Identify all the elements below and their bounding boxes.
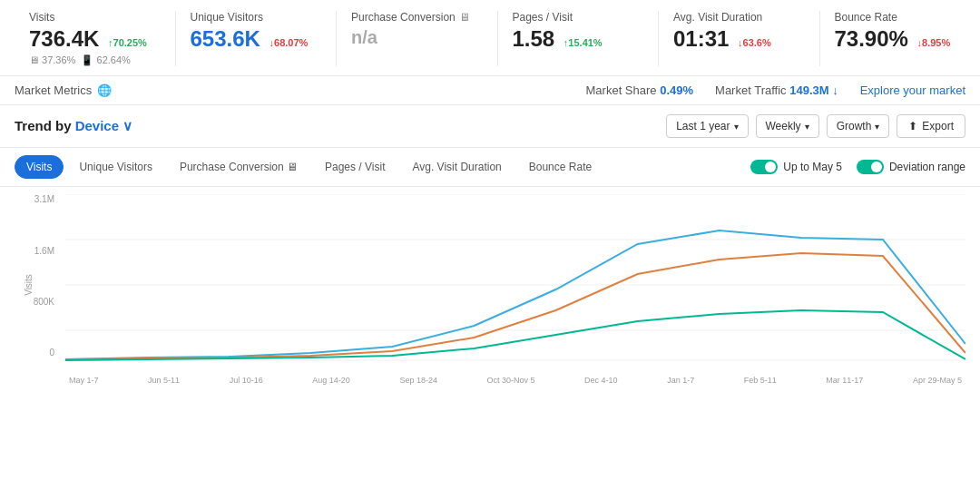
tab-pages-visit[interactable]: Pages / Visit	[313, 155, 397, 179]
metric-pc-label: Purchase Conversion 🖥	[351, 11, 483, 24]
market-share: Market Share 0.49%	[586, 83, 694, 97]
metric-br-change: ↓8.95%	[917, 37, 951, 48]
metric-pc-value: n/a	[351, 27, 377, 47]
metric-uv-label: Unique Visitors	[191, 11, 322, 24]
legend-up-to-may: Up to May 5	[750, 160, 842, 174]
y-axis-title: Visits	[24, 275, 34, 297]
device-filter[interactable]: Device ∨	[75, 118, 133, 133]
y-label-0: 0	[49, 348, 54, 358]
legend-deviation: Deviation range	[857, 160, 965, 174]
chart-line-orange	[65, 253, 965, 359]
metric-uv-value: 653.6K	[191, 26, 260, 51]
chevron-down-icon: ▾	[805, 122, 809, 132]
metric-av-label: Avg. Visit Duration	[673, 11, 805, 24]
metrics-bar: Visits 736.4K ↑70.25% 🖥 37.36% 📱 62.64% …	[0, 0, 980, 76]
x-label-mar: Mar 11-17	[826, 376, 863, 385]
y-label-3m: 3.1M	[34, 194, 54, 204]
tab-bar: Visits Unique Visitors Purchase Conversi…	[0, 148, 980, 187]
market-traffic-value: 149.3M ↓	[789, 83, 838, 97]
x-label-jan: Jan 1-7	[667, 376, 694, 385]
metric-visits-sub: 🖥 37.36% 📱 62.64%	[29, 54, 161, 66]
tab-unique-visitors[interactable]: Unique Visitors	[67, 155, 163, 179]
x-label-may: May 1-7	[69, 376, 99, 385]
tab-bounce-rate[interactable]: Bounce Rate	[517, 155, 603, 179]
globe-icon: 🌐	[97, 83, 112, 97]
legend-deviation-label: Deviation range	[889, 161, 965, 173]
trend-controls: Last 1 year ▾ Weekly ▾ Growth ▾ ⬆ Export	[666, 114, 965, 138]
tab-legend: Up to May 5 Deviation range	[750, 160, 965, 174]
chart-area: 3.1M 1.6M 800K 0 Visits May 1-7 Jun 5-11…	[0, 187, 980, 396]
metric-visits-label: Visits	[29, 11, 161, 24]
metric-pv-value: 1.58	[513, 26, 555, 51]
x-label-sep: Sep 18-24	[399, 376, 437, 385]
metric-br-value: 73.90%	[835, 26, 908, 51]
market-metrics-section: Market Metrics 🌐	[15, 83, 112, 97]
x-axis-labels: May 1-7 Jun 5-11 Jul 10-16 Aug 14-20 Sep…	[65, 376, 965, 385]
trend-title: Trend by Device ∨	[15, 118, 132, 134]
metric-visits-value: 736.4K	[29, 26, 99, 51]
metric-visits: Visits 736.4K ↑70.25% 🖥 37.36% 📱 62.64%	[15, 11, 176, 66]
export-button[interactable]: ⬆ Export	[897, 114, 965, 138]
x-label-jun: Jun 5-11	[148, 376, 180, 385]
y-label-1m: 1.6M	[34, 246, 54, 256]
toggle-deviation[interactable]	[857, 160, 884, 174]
explore-market-link[interactable]: Explore your market	[860, 83, 965, 97]
weekly-dropdown[interactable]: Weekly ▾	[756, 114, 819, 138]
market-bar: Market Metrics 🌐 Market Share 0.49% Mark…	[0, 76, 980, 105]
chart-svg	[65, 194, 965, 362]
metric-purchase-conversion: Purchase Conversion 🖥 n/a	[337, 11, 498, 66]
metric-bounce-rate: Bounce Rate 73.90% ↓8.95%	[820, 11, 981, 66]
x-label-jul: Jul 10-16	[230, 376, 263, 385]
chart-line-green	[65, 310, 965, 360]
tab-visits[interactable]: Visits	[15, 155, 64, 179]
upload-icon: ⬆	[908, 120, 917, 132]
metric-pages-visit: Pages / Visit 1.58 ↑15.41%	[498, 11, 660, 66]
metric-avg-visit: Avg. Visit Duration 01:31 ↓63.6%	[659, 11, 820, 66]
metric-uv-change: ↓68.07%	[270, 37, 309, 48]
chevron-down-icon: ▾	[734, 122, 739, 132]
trend-header: Trend by Device ∨ Last 1 year ▾ Weekly ▾…	[0, 105, 980, 148]
tab-avg-visit-duration[interactable]: Avg. Visit Duration	[400, 155, 513, 179]
market-share-value: 0.49%	[660, 83, 693, 97]
chart-line-blue	[65, 230, 965, 359]
market-traffic: Market Traffic 149.3M ↓	[715, 83, 838, 97]
x-label-aug: Aug 14-20	[312, 376, 350, 385]
metric-pv-label: Pages / Visit	[513, 11, 644, 24]
x-label-oct: Oct 30-Nov 5	[486, 376, 534, 385]
metric-av-change: ↓63.6%	[738, 37, 771, 48]
toggle-up-to-may[interactable]	[750, 160, 778, 174]
metric-av-value: 01:31	[673, 26, 729, 51]
x-label-dec: Dec 4-10	[584, 376, 618, 385]
metric-pv-change: ↑15.41%	[564, 37, 603, 48]
tab-purchase-conversion[interactable]: Purchase Conversion 🖥	[168, 155, 309, 179]
metric-unique-visitors: Unique Visitors 653.6K ↓68.07%	[176, 11, 338, 66]
chevron-down-icon: ▾	[875, 122, 879, 132]
metric-visits-change: ↑70.25%	[108, 37, 147, 48]
x-label-apr: Apr 29-May 5	[913, 376, 962, 385]
metric-br-label: Bounce Rate	[835, 11, 966, 24]
market-stats: Market Share 0.49% Market Traffic 149.3M…	[586, 83, 965, 97]
legend-up-to-may-label: Up to May 5	[783, 161, 842, 173]
market-metrics-label: Market Metrics	[15, 83, 92, 97]
growth-dropdown[interactable]: Growth ▾	[827, 114, 890, 138]
x-label-feb: Feb 5-11	[744, 376, 777, 385]
last-year-dropdown[interactable]: Last 1 year ▾	[666, 114, 748, 138]
y-label-800k: 800K	[34, 297, 54, 307]
